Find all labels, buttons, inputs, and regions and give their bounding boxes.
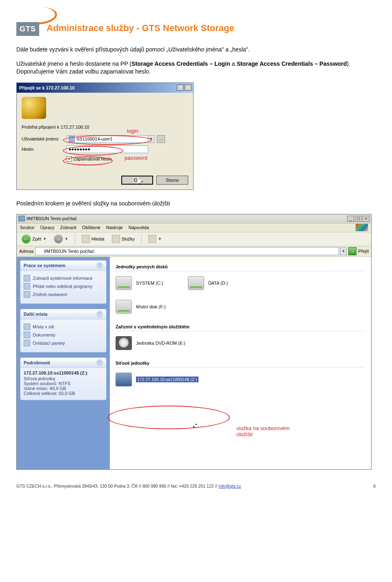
back-button[interactable]: ← Zpět ▼ xyxy=(19,234,49,244)
collapse-button[interactable]: ˆ xyxy=(96,311,103,317)
ok-button[interactable]: OK xyxy=(121,176,153,185)
annotation-password: password xyxy=(125,155,147,161)
sidebar-item-add-remove[interactable]: Přidat nebo odebrat programy xyxy=(24,283,103,290)
info-icon xyxy=(24,275,30,281)
toolbar: ← Zpět ▼ → ▼ Hledat Složky ▼ xyxy=(17,232,371,246)
address-dropdown-button[interactable]: ▼ xyxy=(340,248,347,255)
drive-local-f[interactable]: Místní disk (F:) xyxy=(116,300,166,314)
computer-icon xyxy=(18,216,25,221)
arrow-left-icon: ← xyxy=(22,234,31,243)
details-drive-type: Síťová jednotka xyxy=(24,376,103,381)
titlebar-help-button[interactable]: ? xyxy=(177,85,184,91)
paragraph-creds: Uživatelské jmeno a heslo dostanete na P… xyxy=(16,60,376,76)
explorer-title: 8MTB03JN Tento počítač xyxy=(27,216,77,221)
documents-icon xyxy=(24,332,30,338)
menu-bar: Soubor Úpravy Zobrazit Oblíbené Nástroje… xyxy=(17,223,371,232)
drive-label: Místní disk (F:) xyxy=(136,304,166,309)
si-label: Změnit nastavení xyxy=(33,292,67,297)
menu-oblibene[interactable]: Oblíbené xyxy=(82,225,100,230)
close-button[interactable]: × xyxy=(363,216,370,222)
add-remove-icon xyxy=(24,283,30,290)
menu-zobrazit[interactable]: Zobrazit xyxy=(60,225,76,230)
section-network-drives: Síťové jednotky xyxy=(116,361,365,368)
checkmark-icon: ✓ xyxy=(68,157,71,161)
menu-soubor[interactable]: Soubor xyxy=(20,225,34,230)
drive-label: SYSTEM (C:) xyxy=(136,281,163,285)
username-value: SS1100014-user1 xyxy=(76,136,113,141)
windows-flag-icon xyxy=(356,224,368,231)
annotation-netfolder-1: složka na souborovém xyxy=(236,425,290,432)
sidebar-item-control-panel[interactable]: Ovládací panely xyxy=(24,340,103,346)
folders-button[interactable]: Složky xyxy=(109,234,137,244)
username-browse-button[interactable]: … xyxy=(157,135,165,143)
p1-lead: Uživatelské jmeno a heslo dostanete na P… xyxy=(16,60,131,67)
menu-nastroje[interactable]: Nástroje xyxy=(106,225,123,230)
titlebar-close-button[interactable]: × xyxy=(185,85,192,91)
views-button[interactable]: ▼ xyxy=(146,234,164,244)
network-drive-z[interactable]: 172.27.100.10:ss1100014$ (Z:) xyxy=(116,372,198,386)
separator xyxy=(75,234,75,244)
password-label: Heslo: xyxy=(22,147,67,152)
address-bar: Adresa 8MTB03JN Tento počítač ▼ → Přejít xyxy=(17,246,371,257)
page-title: Administrace služby - GTS Network Storag… xyxy=(47,23,234,33)
address-label: Adresa xyxy=(19,249,33,254)
address-input[interactable]: 8MTB03JN Tento počítač xyxy=(35,247,339,255)
explorer-window: 8MTB03JN Tento počítač _ ☐ × Soubor Úpra… xyxy=(16,214,372,470)
sidebar-panel-details: Podrobnosti ˆ 172.27.100.10:ss1100014$ (… xyxy=(20,357,107,400)
chevron-down-icon: ▼ xyxy=(158,237,162,241)
drive-system-c[interactable]: SYSTEM (C:) xyxy=(116,276,163,290)
sidebar-item-network-places[interactable]: Místa v síti xyxy=(24,323,103,330)
username-dropdown-button[interactable]: ▼ xyxy=(148,135,154,143)
dialog-body: Probíhá připojení k 172.27.100.10 Uživat… xyxy=(17,93,193,167)
arrow-right-icon: → xyxy=(54,234,63,243)
sidebar-item-documents[interactable]: Dokumenty xyxy=(24,332,103,338)
collapse-button[interactable]: ˆ xyxy=(96,359,103,366)
details-total-size: Celková velikost: 50,0 GB xyxy=(24,391,103,396)
si-label: Dokumenty xyxy=(33,332,56,337)
section-removable: Zařízení s vyměnitelným úložištěm xyxy=(116,324,365,331)
collapse-button[interactable]: ˆ xyxy=(96,262,103,269)
chevron-down-icon: ▼ xyxy=(43,237,47,241)
keys-icon xyxy=(22,97,46,119)
drive-label: Jednotka DVD-ROM (E:) xyxy=(136,341,185,346)
forward-button[interactable]: → ▼ xyxy=(51,234,71,244)
minimize-button[interactable]: _ xyxy=(347,216,354,222)
drive-label: 172.27.100.10:ss1100014$ (Z:) xyxy=(136,377,198,382)
chevron-down-icon: ▼ xyxy=(342,249,345,253)
back-label: Zpět xyxy=(32,236,41,241)
menu-napoveda[interactable]: Nápověda xyxy=(129,225,149,230)
search-button[interactable]: Hledat xyxy=(79,234,107,244)
sidebar-item-system-info[interactable]: Zobrazit systémové informace xyxy=(24,275,103,281)
details-drive-name: 172.27.100.10:ss1100014$ (Z:) xyxy=(24,370,103,375)
panel3-title: Podrobnosti xyxy=(24,360,50,365)
footer-email-link[interactable]: info@gts.cz xyxy=(218,484,241,488)
hard-drive-icon xyxy=(188,276,204,290)
menu-upravy[interactable]: Úpravy xyxy=(40,225,54,230)
gts-logo: GTS xyxy=(16,11,39,34)
si-label: Ovládací panely xyxy=(33,341,65,346)
explorer-titlebar: 8MTB03JN Tento počítač _ ☐ × xyxy=(17,214,371,223)
si-label: Místa v síti xyxy=(33,324,54,329)
dialog-titlebar: Připojit se k 172.27.100.10 ? × xyxy=(17,83,193,93)
doc-header: GTS Administrace služby - GTS Network St… xyxy=(16,11,376,34)
logo-badge: GTS xyxy=(16,22,39,36)
sidebar: Práce se systémem ˆ Zobrazit systémové i… xyxy=(17,257,110,469)
cancel-button[interactable]: Storno xyxy=(156,176,188,185)
details-filesystem: Systém souborů: NTFS xyxy=(24,381,103,386)
p1-bold-pass: Storage Access Credentials – Password xyxy=(236,60,347,67)
maximize-button[interactable]: ☐ xyxy=(355,216,362,222)
password-input[interactable]: ●●●●●●●● xyxy=(67,145,148,153)
si-label: Přidat nebo odebrat programy xyxy=(33,284,92,289)
chevron-down-icon: ▼ xyxy=(65,237,68,241)
remember-password-checkbox[interactable]: ✓ xyxy=(67,156,72,162)
username-input[interactable]: SS1100014-user1 xyxy=(67,135,148,143)
go-label: Přejít xyxy=(358,249,369,254)
search-label: Hledat xyxy=(91,236,105,241)
sidebar-item-change-settings[interactable]: Změnit nastavení xyxy=(24,291,103,298)
annotation-netfolder-2: úložišti xyxy=(236,431,290,438)
device-dvd-e[interactable]: Jednotka DVD-ROM (E:) xyxy=(116,336,185,350)
remember-password-label: Zapamatovat heslo xyxy=(74,156,112,161)
go-button[interactable]: → xyxy=(348,247,356,255)
computer-icon xyxy=(37,249,42,254)
drive-data-d[interactable]: DATA (D:) xyxy=(188,276,228,290)
